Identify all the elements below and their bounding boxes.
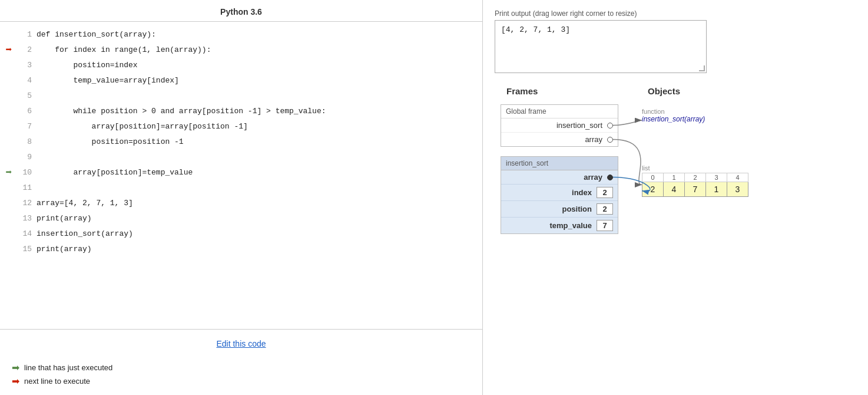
code-line-15: 15print(array) [0,241,482,256]
code-line-5: 5 [0,88,482,103]
global-dot-insertion-sort [607,123,613,129]
is-var-index: index [506,188,592,197]
is-var-temp-value: temp_value [506,221,592,230]
edit-link[interactable]: Edit this code [216,339,266,348]
line-code-2: for index in range(1, len(array)): [37,45,211,54]
code-line-9: 9 [0,149,482,164]
code-line-8: 8 position=position -1 [0,134,482,149]
list-index-2: 2 [685,173,706,182]
code-line-10: ➡10 array[position]=temp_value [0,164,482,180]
line-code-10: array[position]=temp_value [37,168,193,177]
list-value-3: 1 [706,182,727,197]
is-val-index: 2 [597,187,613,198]
code-line-6: 6 while position > 0 and array[position … [0,103,482,119]
frames-objects-area: Frames Global frame insertion_sort array [495,86,856,234]
print-output-label: Print output (drag lower right corner to… [495,9,856,18]
list-value-0: 2 [642,182,664,197]
line-code-3: position=index [37,61,138,70]
objects-column: Objects function insertion_sort(array) l… [630,86,856,234]
is-frame-row-index: index 2 [501,185,618,201]
line-num-2: 2 [18,45,37,54]
line-num-10: 10 [18,168,37,177]
line-num-9: 9 [18,153,37,162]
global-dot-array [607,137,613,143]
global-var-array: array [506,135,602,144]
green-arrow-icon: ➡ [6,166,12,179]
is-frame-title: insertion_sort [501,157,618,170]
is-var-array: array [506,173,602,182]
line-code-14: insertion_sort(array) [37,229,133,238]
line-code-6: while position > 0 and array[position -1… [37,107,326,116]
line-code-1: def insertion_sort(array): [37,30,156,39]
line-num-13: 13 [18,214,37,223]
is-var-position: position [506,205,592,213]
line-code-13: print(array) [37,214,92,223]
code-line-2: ➡2 for index in range(1, len(array)): [0,42,482,57]
print-output-box: [4, 2, 7, 1, 3] [495,20,707,73]
global-frame-title: Global frame [501,105,618,119]
legend-red-arrow: ➡ [12,376,19,387]
global-frame-row-insertion-sort: insertion_sort [501,119,618,133]
red-arrow-icon: ➡ [6,43,12,56]
code-title: Python 3.6 [0,0,482,22]
is-frame-box: insertion_sort array index 2 position 2 [501,156,618,234]
global-var-insertion-sort: insertion_sort [506,121,602,130]
list-type-label: list [642,164,856,172]
code-area: 1def insertion_sort(array):➡2 for index … [0,22,482,329]
line-arrow-10: ➡ [0,166,18,179]
line-arrow-2: ➡ [0,43,18,56]
line-num-4: 4 [18,76,37,85]
code-line-4: 4 temp_value=array[index] [0,73,482,88]
legend-green-arrow: ➡ [12,362,19,373]
line-code-12: array=[4, 2, 7, 1, 3] [37,199,133,208]
legend-red-item: ➡ next line to execute [12,376,471,387]
legend-red-label: next line to execute [24,377,90,386]
line-num-12: 12 [18,199,37,208]
legend: ➡ line that has just executed ➡ next lin… [0,355,482,395]
list-value-2: 7 [685,182,706,197]
list-value-4: 3 [727,182,748,197]
list-table: 01234 24713 [642,173,748,197]
code-line-12: 12array=[4, 2, 7, 1, 3] [0,195,482,210]
left-panel: Python 3.6 1def insertion_sort(array):➡2… [0,0,483,395]
is-val-temp-value: 7 [597,220,613,231]
code-line-14: 14insertion_sort(array) [0,226,482,241]
line-code-15: print(array) [37,245,92,254]
code-line-11: 11 [0,180,482,195]
line-code-7: array[position]=array[position -1] [37,122,248,131]
legend-green-label: line that has just executed [24,363,112,372]
code-line-7: 7 array[position]=array[position -1] [0,119,482,134]
code-line-1: 1def insertion_sort(array): [0,27,482,42]
line-num-11: 11 [18,183,37,192]
objects-header: Objects [630,86,856,96]
line-code-8: position=position -1 [37,137,184,146]
is-frame-row-position: position 2 [501,201,618,218]
global-frame-box: Global frame insertion_sort array [501,104,618,147]
line-num-6: 6 [18,107,37,116]
code-line-13: 13print(array) [0,210,482,226]
frames-header: Frames [495,86,630,96]
line-num-14: 14 [18,229,37,238]
legend-green-item: ➡ line that has just executed [12,362,471,373]
is-frame-row-temp-value: temp_value 7 [501,218,618,233]
code-line-3: 3 position=index [0,57,482,73]
function-type-label: function [642,108,856,115]
line-num-7: 7 [18,122,37,131]
list-index-4: 4 [727,173,748,182]
list-object: list 01234 24713 [642,164,856,197]
line-num-5: 5 [18,91,37,100]
print-output-value: [4, 2, 7, 1, 3] [501,25,570,34]
function-object: function insertion_sort(array) [642,108,856,123]
resize-handle[interactable] [699,65,705,71]
code-footer: Edit this code [0,329,482,355]
is-dot-array [607,175,613,180]
line-code-4: temp_value=array[index] [37,76,179,85]
list-index-3: 3 [706,173,727,182]
is-val-position: 2 [597,203,613,215]
line-num-15: 15 [18,245,37,254]
line-num-8: 8 [18,137,37,146]
list-index-0: 0 [642,173,664,182]
global-frame-row-array: array [501,133,618,146]
list-value-1: 4 [664,182,685,197]
frames-column: Frames Global frame insertion_sort array [495,86,630,234]
